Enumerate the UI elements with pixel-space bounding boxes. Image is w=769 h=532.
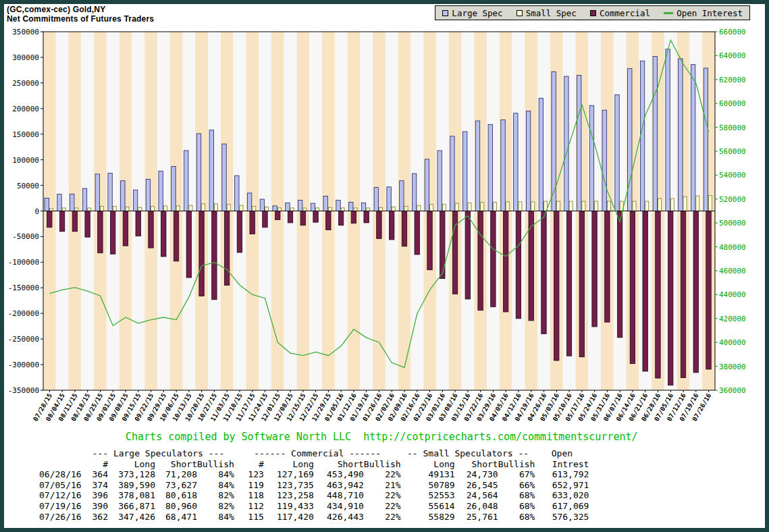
bar-commercial [85, 211, 90, 238]
table-cell: 49131 [401, 469, 455, 480]
bar-large-spec [704, 68, 708, 211]
table-cell: 68% [498, 490, 535, 501]
table-cell: 448,710 [314, 490, 364, 501]
bar-small-spec [75, 208, 78, 211]
left-axis-label: 50000 [17, 182, 39, 190]
bar-large-spec [57, 194, 61, 211]
chart-subtitle: Net Commitments of Futures Traders [7, 14, 154, 24]
bar-small-spec [290, 208, 294, 211]
bar-commercial [275, 211, 280, 220]
cot-data-table: --- Large Speculators --------- Commerci… [39, 448, 589, 522]
table-cell: 26,545 [455, 480, 498, 491]
bar-large-spec [615, 95, 619, 211]
right-axis-label: 380000 [719, 363, 746, 371]
table-column-header: # [82, 459, 108, 470]
table-cell: 22% [364, 512, 401, 523]
credit-url-link[interactable]: http://cotpricecharts.com/commitmentscur… [363, 431, 637, 443]
bar-small-spec [696, 196, 699, 211]
left-axis-labels: 3500003000002500002000001500001000005000… [8, 28, 43, 395]
bar-large-spec [691, 65, 695, 211]
bar-large-spec [514, 113, 518, 211]
bar-small-spec [379, 207, 383, 211]
table-cell: 119 [234, 480, 264, 491]
table-row: 07/19/16390366,87180,96082%112119,433434… [39, 501, 589, 512]
title-block: (GC,comex-cec) Gold,NY Net Commitments o… [7, 5, 154, 24]
bar-commercial [149, 211, 153, 248]
bar-small-spec [176, 206, 180, 211]
x-axis-labels: 07/28/1508/04/1508/11/1508/18/1508/25/15… [32, 390, 713, 423]
bar-commercial [605, 211, 610, 323]
bar-commercial [427, 211, 432, 270]
table-column-header [39, 459, 82, 470]
table-cell: 66% [498, 480, 535, 491]
legend-label-small-spec: Small Spec [526, 8, 577, 18]
bar-large-spec [628, 69, 632, 211]
bar-large-spec [475, 121, 479, 211]
table-group-header: -- Small Speculators -- [401, 448, 535, 459]
table-cell: 123,258 [264, 490, 314, 501]
bar-commercial [617, 211, 622, 338]
row-date: 06/28/16 [39, 469, 82, 480]
bar-commercial [579, 211, 584, 357]
table-cell: 115 [234, 512, 264, 523]
table-cell: 463,942 [314, 480, 364, 491]
right-axis-label: 580000 [719, 124, 746, 132]
bar-commercial [59, 211, 64, 232]
bar-commercial [250, 211, 255, 234]
bar-commercial [123, 211, 128, 246]
table-column-header: Short [314, 459, 364, 470]
bar-small-spec [683, 196, 687, 211]
bar-commercial [656, 211, 660, 379]
table-cell: 84% [197, 469, 234, 480]
bar-small-spec [49, 209, 53, 211]
bar-small-spec [88, 208, 91, 211]
bar-small-spec [316, 208, 319, 211]
bar-small-spec [556, 201, 560, 211]
table-cell: 68% [498, 501, 535, 512]
table-column-header: Short [455, 459, 498, 470]
bar-small-spec [670, 198, 674, 211]
table-cell: 26,048 [455, 501, 498, 512]
bar-small-spec [277, 208, 281, 211]
legend-item-open-interest: Open Interest [664, 8, 743, 18]
bar-commercial [136, 211, 140, 236]
bar-small-spec [595, 201, 598, 211]
right-axis-label: 520000 [719, 195, 746, 204]
bar-large-spec [374, 188, 378, 211]
left-axis-label: -150000 [8, 284, 39, 292]
bar-commercial [465, 211, 470, 299]
table-cell: 426,443 [314, 512, 364, 523]
bar-large-spec [425, 159, 429, 211]
bar-commercial [529, 211, 533, 321]
bar-small-spec [151, 207, 155, 211]
row-date: 07/26/16 [39, 512, 82, 523]
table-column-header: Long [401, 459, 455, 470]
bar-small-spec [392, 207, 395, 211]
bar-small-spec [113, 207, 116, 211]
bar-commercial [452, 211, 457, 294]
table-cell: 52553 [401, 490, 455, 501]
left-axis-label: 300000 [12, 53, 39, 62]
bar-commercial [402, 211, 406, 246]
bar-large-spec [400, 181, 404, 211]
table-cell: 366,871 [108, 501, 155, 512]
bar-commercial [491, 211, 496, 307]
table-cell: 21% [364, 480, 401, 491]
right-axis-label: 440000 [719, 290, 746, 299]
left-axis-label: -250000 [8, 335, 39, 344]
bar-large-spec [171, 167, 176, 211]
bar-large-spec [653, 56, 657, 211]
table-cell: 80,960 [155, 501, 197, 512]
table-cell: 119,433 [264, 501, 314, 512]
bar-small-spec [189, 205, 192, 211]
right-axis-label: 640000 [719, 51, 746, 60]
bar-small-spec [582, 201, 585, 211]
bar-small-spec [62, 208, 65, 211]
small-spec-swatch-icon [516, 10, 523, 16]
bar-commercial [516, 211, 521, 319]
bar-large-spec [286, 203, 290, 211]
bar-small-spec [481, 203, 484, 211]
bar-commercial [338, 211, 343, 225]
row-date: 07/19/16 [39, 501, 82, 512]
row-date: 07/12/16 [39, 490, 82, 501]
